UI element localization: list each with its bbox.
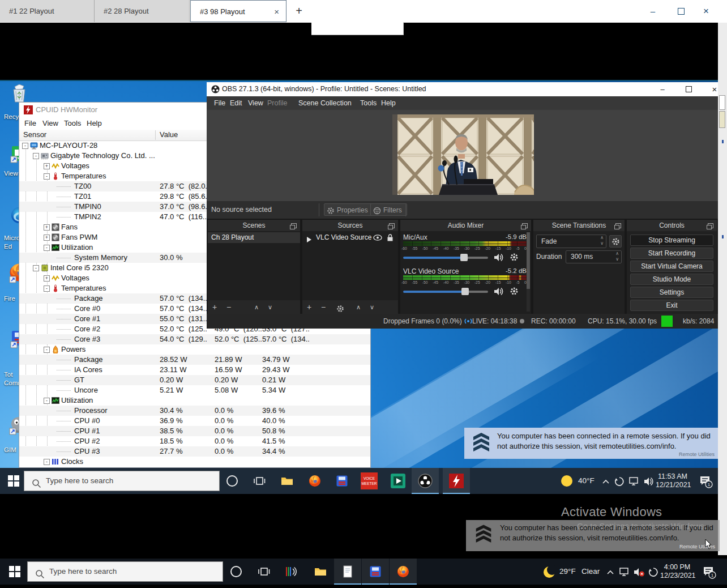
local-firefox-taskbar-icon[interactable] — [390, 559, 417, 585]
network-tray-icon[interactable] — [628, 476, 640, 489]
remove-scene-button[interactable]: − — [226, 300, 231, 314]
remote-firefox-taskbar-icon[interactable] — [301, 468, 328, 494]
new-tab-button[interactable]: + — [291, 0, 307, 22]
properties-button[interactable]: Properties — [324, 203, 373, 216]
controls-dock-header[interactable]: Controls — [627, 220, 717, 231]
popout-icon[interactable] — [615, 223, 621, 228]
add-source-button[interactable]: + — [307, 300, 311, 314]
obs-close-button[interactable]: × — [706, 82, 723, 96]
viewer-tab-1[interactable]: #1 22 Playout — [0, 0, 95, 22]
remove-source-button[interactable]: − — [321, 300, 326, 314]
weather-temp[interactable]: 29°F — [559, 559, 576, 585]
expand-icon[interactable]: + — [44, 275, 50, 282]
source-up-button[interactable]: ∧ — [356, 300, 361, 314]
collapse-icon[interactable]: - — [44, 286, 50, 292]
scene-down-button[interactable]: ∨ — [268, 300, 272, 314]
window-minimize-button[interactable]: – — [645, 0, 660, 22]
studio-mode-button[interactable]: Studio Mode — [630, 274, 713, 285]
local-cortana-taskbar-icon[interactable] — [223, 559, 250, 585]
obs-menu-file[interactable]: File — [214, 96, 225, 110]
remote-taskview-taskbar-icon[interactable] — [246, 468, 273, 494]
collapse-icon[interactable]: - — [44, 245, 50, 251]
viewer-scrollbar[interactable] — [718, 23, 727, 555]
popout-icon[interactable] — [389, 223, 395, 228]
spinner-up-icon[interactable]: ∧∨ — [600, 235, 604, 246]
collapse-icon[interactable]: - — [44, 347, 50, 353]
remote-search-box[interactable]: Type here to search — [24, 471, 220, 491]
volume-slider[interactable] — [403, 288, 488, 295]
hwmonitor-menu-tools[interactable]: Tools — [64, 117, 81, 130]
expand-icon[interactable]: + — [44, 163, 50, 169]
local-remote-session-notification[interactable]: You computer has been connected in a rem… — [466, 520, 720, 551]
mixer-scrollbar[interactable] — [527, 232, 530, 312]
filters-button[interactable]: Filters — [370, 203, 407, 216]
play-icon[interactable] — [306, 235, 312, 246]
settings-button[interactable]: Settings — [630, 287, 713, 298]
collapse-icon[interactable]: - — [22, 143, 28, 149]
transition-gear-button[interactable] — [609, 235, 622, 248]
remote-utilities-tray-icon[interactable] — [648, 567, 658, 580]
obs-menu-tools[interactable]: Tools — [360, 96, 377, 110]
obs-menu-edit[interactable]: Edit — [230, 96, 242, 110]
collapse-icon[interactable]: - — [44, 459, 50, 465]
obs-video-preview[interactable] — [392, 114, 534, 195]
weather-moon-icon[interactable] — [542, 565, 556, 581]
lock-icon[interactable] — [387, 234, 394, 245]
local-total-commander-taskbar-icon[interactable] — [362, 559, 389, 585]
hwmonitor-menu-file[interactable]: File — [24, 117, 36, 130]
window-close-button[interactable]: × — [699, 0, 713, 22]
sources-dock-header[interactable]: Sources — [302, 220, 398, 231]
collapse-icon[interactable]: - — [44, 173, 50, 180]
column-divider[interactable] — [155, 130, 156, 140]
local-taskview-taskbar-icon[interactable] — [250, 559, 277, 585]
viewer-tab-3[interactable]: #3 98 Playout× — [190, 0, 286, 22]
visibility-eye-icon[interactable] — [373, 234, 382, 245]
tray-chevron-up-icon[interactable] — [606, 568, 615, 578]
remote-utilities-tray-icon[interactable] — [614, 476, 625, 489]
remote-voicemeeter-taskbar-icon[interactable]: VOICEMEETER — [356, 468, 383, 494]
obs-menu-help[interactable]: Help — [381, 96, 396, 110]
duration-field[interactable]: 300 ms ∧∨ — [566, 250, 622, 263]
local-notepad-taskbar-icon[interactable] — [334, 559, 361, 585]
weather-sun-icon[interactable] — [561, 475, 572, 487]
source-item[interactable]: VLC Video Source — [302, 232, 398, 243]
popout-icon[interactable] — [708, 223, 713, 228]
remote-clock[interactable]: 11:53 AM 12/21/2021 — [656, 472, 690, 489]
volume-slider[interactable] — [403, 254, 488, 261]
transitions-dock-header[interactable]: Scene Transitions — [533, 220, 625, 231]
popout-icon[interactable] — [291, 223, 297, 228]
hwmonitor-menu-help[interactable]: Help — [87, 117, 102, 130]
scene-up-button[interactable]: ∧ — [254, 300, 259, 314]
local-start-button[interactable] — [1, 559, 28, 585]
network-tray-icon[interactable] — [619, 567, 630, 580]
expand-icon[interactable]: + — [44, 235, 50, 241]
local-clock[interactable]: 4:00 PM 12/23/2021 — [660, 563, 694, 580]
obs-titlebar[interactable]: OBS 27.1.3 (64-bit, windows) - Profile: … — [207, 82, 718, 96]
scene-item[interactable]: Ch 28 Playout — [208, 232, 300, 243]
audio-mixer-dock-header[interactable]: Audio Mixer — [400, 220, 531, 231]
popout-icon[interactable] — [522, 223, 528, 228]
notification-center-icon[interactable]: 1 — [702, 565, 717, 581]
weather-desc[interactable]: Clear — [581, 559, 600, 585]
gear-icon[interactable] — [510, 253, 519, 264]
obs-maximize-button[interactable] — [680, 82, 697, 96]
obs-minimize-button[interactable]: – — [654, 82, 671, 96]
remote-hwmonitor-taskbar-icon[interactable] — [443, 468, 470, 494]
column-sensor[interactable]: Sensor — [23, 130, 46, 140]
notification-center-icon[interactable]: 1 — [699, 475, 713, 491]
speaker-icon[interactable] — [494, 253, 504, 265]
remote-start-button[interactable] — [0, 468, 27, 494]
mixer-scrollbar-thumb[interactable] — [527, 232, 530, 289]
weather-temp[interactable]: 40°F — [578, 468, 595, 494]
local-audio-mixer-taskbar-icon[interactable] — [277, 559, 305, 585]
remote-obs-taskbar-icon[interactable] — [412, 468, 439, 494]
start-recording-button[interactable]: Start Recording — [630, 248, 713, 259]
remote-media-player-taskbar-icon[interactable] — [384, 468, 412, 494]
start-virtual-camera-button[interactable]: Start Virtual Camera — [630, 261, 713, 272]
transition-select[interactable]: Fade ∧∨ — [536, 235, 606, 248]
collapse-icon[interactable]: - — [44, 398, 50, 404]
source-down-button[interactable]: ∨ — [370, 300, 374, 314]
viewer-tab-2[interactable]: #2 28 Playout — [95, 0, 190, 22]
exit-button[interactable]: Exit — [630, 300, 713, 311]
gear-icon[interactable] — [510, 287, 519, 298]
